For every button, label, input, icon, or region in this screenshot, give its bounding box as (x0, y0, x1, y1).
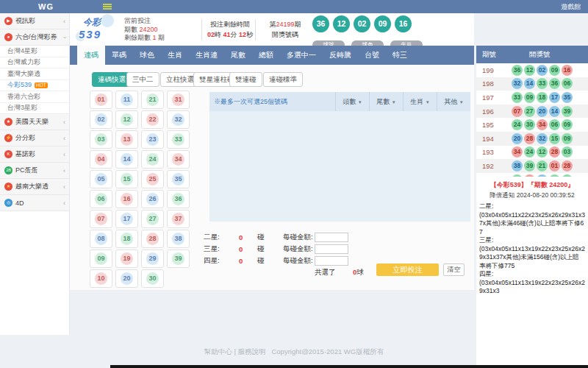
number-cell-31[interactable]: 31 (167, 91, 190, 109)
tab-7[interactable]: 多選中一 (280, 46, 323, 65)
sidebar-subitem-6[interactable]: 香港六合彩 (0, 91, 69, 103)
tab-4[interactable]: 生肖連 (189, 46, 224, 65)
hamburger-menu-icon[interactable] (103, 4, 112, 10)
tab-2[interactable]: 球色 (133, 46, 161, 65)
quick-select-1[interactable]: 三中二 (126, 72, 159, 87)
sidebar-subitem-7[interactable]: 台灣3星彩 (0, 103, 69, 115)
number-cell-01[interactable]: 01 (90, 91, 112, 109)
sidebar-subitem-2[interactable]: 台灣4星彩 (0, 46, 69, 57)
number-cell-29[interactable]: 29 (141, 250, 164, 268)
tab-6[interactable]: 總額 (252, 46, 280, 65)
number-cell-37[interactable]: 37 (167, 210, 190, 228)
quick-select-4[interactable]: 雙連碰 (229, 72, 262, 87)
dropdown-0[interactable]: 頭數 ▼ (335, 92, 369, 111)
number-cell-12[interactable]: 12 (115, 110, 138, 129)
sidebar-item-0[interactable]: ▶視訊彩‹ (0, 13, 69, 29)
number-cell-26[interactable]: 26 (141, 190, 164, 208)
number-cell-39[interactable]: 39 (167, 250, 190, 268)
tab-10[interactable]: 特三 (386, 46, 414, 65)
number-cell-04[interactable]: 04 (90, 150, 112, 169)
amount-input-0[interactable] (315, 233, 348, 242)
number-cell-07[interactable]: 07 (90, 210, 112, 228)
sidebar-item-13[interactable]: ◎4D‹ (0, 195, 69, 211)
dropdown-1[interactable]: 尾數 ▼ (369, 92, 403, 111)
number-cell-27[interactable]: 27 (141, 210, 164, 228)
number-cell-10[interactable]: 10 (90, 269, 112, 288)
number-ball: 39 (172, 252, 184, 265)
sidebar-subitem-4[interactable]: 臺灣大樂透 (0, 68, 69, 80)
sidebar-item-8[interactable]: ★美國天天樂‹ (0, 114, 69, 130)
notice-line: 四星: (479, 270, 585, 279)
result-ball: 21 (537, 160, 548, 171)
number-cell-05[interactable]: 05 (90, 170, 112, 188)
number-cell-24[interactable]: 24 (141, 150, 164, 169)
winning-ball: 09 (374, 15, 391, 32)
number-cell-33[interactable]: 33 (167, 130, 190, 149)
number-cell-30[interactable]: 30 (141, 269, 164, 288)
number-cell-02[interactable]: 02 (90, 110, 112, 129)
result-ball: 16 (562, 65, 573, 76)
chevron-left-icon: ‹ (63, 118, 65, 126)
number-cell-34[interactable]: 34 (167, 150, 190, 169)
number-cell-28[interactable]: 28 (141, 230, 164, 248)
quick-select-0[interactable]: 連碼快選 (92, 72, 132, 87)
number-cell-18[interactable]: 18 (115, 230, 138, 248)
bet-rows: 二星:0碰每碰金額:三星:0碰每碰金額:四星:0碰每碰金額: (204, 231, 373, 266)
number-cell-17[interactable]: 17 (115, 210, 138, 228)
tab-1[interactable]: 單碼 (105, 46, 133, 65)
clear-button[interactable]: 清空 (443, 263, 465, 276)
number-cell-06[interactable]: 06 (90, 190, 112, 208)
result-ball: 09 (549, 65, 560, 76)
number-cell-15[interactable]: 15 (115, 170, 138, 188)
number-cell-21[interactable]: 21 (141, 91, 164, 109)
number-ball: 33 (172, 133, 184, 146)
number-cell-08[interactable]: 08 (90, 230, 112, 248)
number-cell-14[interactable]: 14 (115, 150, 138, 169)
number-cell-13[interactable]: 13 (115, 130, 138, 149)
quick-select-5[interactable]: 連碰標準 (263, 72, 303, 87)
dropdown-3[interactable]: 其他 ▼ (437, 92, 470, 111)
sidebar-item-11[interactable]: 28PC蛋蛋‹ (0, 163, 69, 179)
number-cell-09[interactable]: 09 (90, 250, 112, 268)
result-ball: 17 (549, 92, 560, 103)
number-cell-38[interactable]: 38 (167, 230, 190, 248)
last-draw-info: 第24199期 開獎號碼 (259, 19, 311, 40)
number-cell-23[interactable]: 23 (141, 130, 164, 149)
chosen-label: 共選了 (315, 268, 336, 276)
number-cell-16[interactable]: 16 (115, 190, 138, 208)
number-cell-22[interactable]: 22 (141, 110, 164, 129)
sidebar-subitem-5[interactable]: 今彩539HOT (0, 80, 69, 92)
tab-3[interactable]: 生肖 (161, 46, 189, 65)
number-cell-35[interactable]: 35 (167, 170, 190, 188)
game-hall-link[interactable]: 遊戲館 (561, 0, 581, 13)
sidebar-item-12[interactable]: ★越南大樂透‹ (0, 179, 69, 195)
number-cell-03[interactable]: 03 (90, 130, 112, 149)
sidebar-subitem-3[interactable]: 台灣威力彩 (0, 57, 69, 69)
footer-links[interactable]: 幫助中心 | 服務說明 (204, 347, 266, 355)
tab-8[interactable]: 反轉騰 (323, 46, 358, 65)
sidebar-item-9[interactable]: ⚡分分彩‹ (0, 130, 69, 146)
tab-5[interactable]: 尾數 (224, 46, 252, 65)
number-cell-25[interactable]: 25 (141, 170, 164, 188)
result-ball: 09 (524, 92, 535, 103)
number-cell-32[interactable]: 32 (167, 110, 190, 129)
result-row-6: 1933424122803 (476, 146, 588, 160)
tab-0[interactable]: 連碼 (77, 46, 105, 65)
dropdown-2[interactable]: 生肖 ▼ (403, 92, 437, 111)
tab-9[interactable]: 台號 (358, 46, 386, 65)
result-ball: 14 (549, 106, 560, 117)
amount-input-2[interactable] (315, 256, 348, 266)
number-ball: 32 (172, 113, 184, 126)
number-cell-19[interactable]: 19 (115, 250, 138, 268)
bet-row-label: 二星: (204, 233, 239, 242)
place-bet-button[interactable]: 立即投注 (376, 263, 439, 276)
lightning-icon: ⚡ (4, 134, 12, 142)
draw-number: 24199 (276, 21, 294, 28)
winning-balls: 3612020916 (312, 15, 415, 32)
sidebar-item-10[interactable]: K基諾彩‹ (0, 146, 69, 163)
number-cell-20[interactable]: 20 (115, 269, 138, 288)
number-cell-36[interactable]: 36 (167, 190, 190, 208)
amount-input-1[interactable] (315, 244, 348, 254)
sidebar-item-1[interactable]: ●六合/台灣彩券‹ (0, 29, 69, 46)
number-cell-11[interactable]: 11 (115, 91, 138, 109)
